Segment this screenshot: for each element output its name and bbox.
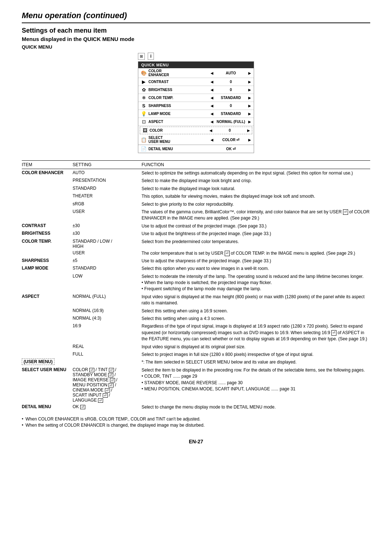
col-item: ITEM bbox=[22, 162, 73, 167]
row-lm-low: LOW Select to moderate the intensity of … bbox=[22, 272, 370, 293]
quick-menu-box: QUICK MENU 🎨 COLORENHANCER ◀ AUTO ▶ ▶ CO… bbox=[138, 61, 254, 153]
menu-header-icon: ⊞ bbox=[138, 53, 145, 60]
page-title: Menu operation (continued) bbox=[22, 11, 370, 23]
menu-row-color-dashed: 🖼 COLOR ◀ 0 ▶ bbox=[140, 127, 252, 134]
row-aspect-169b: 16:9 Regardless of the type of input sig… bbox=[22, 322, 370, 342]
quick-menu-title: QUICK MENU bbox=[138, 62, 254, 68]
row-ce-presentation: PRESENTATION Select to make the displaye… bbox=[22, 177, 370, 184]
row-ce-srgb: sRGB Select to give priority to the colo… bbox=[22, 200, 370, 208]
info-icon: i bbox=[148, 53, 154, 60]
row-ct-user: USER The color temperature that is set b… bbox=[22, 249, 370, 257]
row-color-enhancer: COLOR ENHANCER AUTO Select to optimize t… bbox=[22, 169, 370, 177]
col-function: FUNCTION bbox=[142, 162, 370, 167]
menu-row-color-enhancer: 🎨 COLORENHANCER ◀ AUTO ▶ bbox=[138, 68, 254, 78]
menu-row-color-temp: ❄ COLOR TEMP. ◀ STANDARD ▶ bbox=[138, 94, 254, 102]
footnotes: When COLOR ENHANCER is sRGB, COLOR TEMP.… bbox=[22, 416, 370, 428]
menu-row-detail-menu: 📄 DETAIL MENU OK ⏎ bbox=[138, 145, 254, 153]
menu-row-aspect: ⊡ ASPECT ◀ NORMAL (FULL) ▶ bbox=[138, 118, 254, 126]
row-aspect: ASPECT NORMAL (FULL) Input video signal … bbox=[22, 293, 370, 307]
row-aspect-full: FULL Select to project images in full si… bbox=[22, 350, 370, 358]
footnote-2: When the setting of COLOR ENHANCER is ch… bbox=[22, 423, 370, 428]
row-aspect-169: NORMAL (16:9) Select this setting when u… bbox=[22, 307, 370, 315]
settings-table: ITEM SETTING FUNCTION COLOR ENHANCER AUT… bbox=[22, 160, 370, 411]
row-aspect-43: NORMAL (4:3) Select this setting when us… bbox=[22, 315, 370, 322]
section-title: Settings of each menu item bbox=[22, 27, 370, 34]
menu-row-select-user-menu: 📋 SELECTUSER MENU ◀ COLOR ⏎ ▶ bbox=[138, 135, 254, 145]
menu-row-lamp-mode: 💡 LAMP MODE ◀ STANDARD ▶ bbox=[138, 110, 254, 118]
page-number: EN-27 bbox=[22, 439, 370, 444]
row-color-temp: COLOR TEMP. STANDARD / LOW /HIGH Select … bbox=[22, 238, 370, 249]
row-brightness: BRIGHTNESS ±30 Use to adjust the brightn… bbox=[22, 230, 370, 237]
menu-screenshot: ⊞ i QUICK MENU 🎨 COLORENHANCER ◀ AUTO ▶ … bbox=[22, 53, 370, 153]
subsection-title: Menus displayed in the QUICK MENU mode bbox=[22, 36, 370, 42]
row-sharpness: SHARPNESS ±5 Use to adjust the sharpness… bbox=[22, 257, 370, 264]
col-setting: SETTING bbox=[73, 162, 142, 167]
menu-row-brightness: ✿ BRIGHTNESS ◀ 0 ▶ bbox=[138, 86, 254, 94]
quick-menu-label: QUICK MENU bbox=[22, 44, 370, 50]
row-contrast: CONTRAST ±30 Use to adjust the contrast … bbox=[22, 222, 370, 230]
row-user-menu: (USER MENU) *: The item selected in SELE… bbox=[22, 358, 370, 366]
row-ce-user: USER The values of the gamma curve, Bril… bbox=[22, 208, 370, 222]
row-select-user-menu: SELECT USER MENU COLOR ⏎ / TINT ⏎ / STAN… bbox=[22, 366, 370, 403]
footnote-1: When COLOR ENHANCER is sRGB, COLOR TEMP.… bbox=[22, 416, 370, 422]
table-header: ITEM SETTING FUNCTION bbox=[22, 161, 370, 169]
row-aspect-real: REAL Input video signal is displayed at … bbox=[22, 343, 370, 350]
menu-row-sharpness: S SHARPNESS ◀ 0 ▶ bbox=[138, 102, 254, 110]
row-detail-menu: DETAIL MENU OK ⏎ Select to change the me… bbox=[22, 403, 370, 411]
row-ce-theater: THEATER This option, suitable for viewin… bbox=[22, 192, 370, 200]
menu-row-contrast: ▶ CONTRAST ◀ 0 ▶ bbox=[138, 78, 254, 86]
row-lamp-mode: LAMP MODE STANDARD Select this option wh… bbox=[22, 264, 370, 272]
row-ce-standard: STANDARD Select to make the displayed im… bbox=[22, 185, 370, 192]
